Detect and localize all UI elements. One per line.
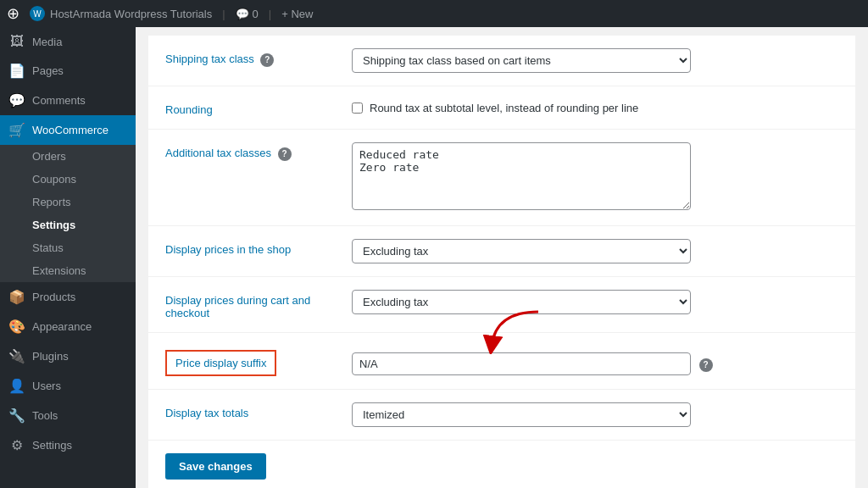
row-label-rounding: Rounding <box>165 99 352 116</box>
rounding-label: Rounding <box>165 103 213 116</box>
sidebar: 🖼 Media 📄 Pages 💬 Comments 🛒 WooCommerce… <box>0 27 136 488</box>
row-additional-tax-classes: Additional tax classes ? Reduced rate Ze… <box>148 130 855 226</box>
row-shipping-tax-class: Shipping tax class ? Shipping tax class … <box>148 36 855 86</box>
submenu-coupons[interactable]: Coupons <box>0 168 136 191</box>
help-icon-additional-tax[interactable]: ? <box>278 147 292 161</box>
comments-icon: 💬 <box>236 8 249 20</box>
price-display-suffix-input[interactable] <box>352 352 691 375</box>
save-row: Save changes <box>148 441 855 488</box>
site-info: W HostArmada Wordpress Tutorials <box>30 6 212 21</box>
display-prices-shop-select[interactable]: Excluding tax Including tax <box>352 239 691 263</box>
sidebar-item-pages[interactable]: 📄 Pages <box>0 56 136 86</box>
sidebar-item-label: Media <box>32 36 62 48</box>
row-content-additional-tax-classes: Reduced rate Zero rate <box>352 142 838 213</box>
appearance-icon: 🎨 <box>8 319 25 335</box>
woo-submenu: Orders Coupons Reports Settings Status E… <box>0 145 136 282</box>
topbar: ⊕ W HostArmada Wordpress Tutorials | 💬 0… <box>0 0 868 27</box>
rounding-checkbox[interactable] <box>352 103 363 114</box>
shipping-tax-class-label: Shipping tax class <box>165 53 254 65</box>
sidebar-item-appearance[interactable]: 🎨 Appearance <box>0 312 136 341</box>
media-icon: 🖼 <box>8 34 25 49</box>
sidebar-item-label: Tools <box>32 409 58 422</box>
row-label-display-prices-cart: Display prices during cart and checkout <box>165 290 352 319</box>
products-icon: 📦 <box>8 289 25 305</box>
sidebar-item-products[interactable]: 📦 Products <box>0 282 136 312</box>
row-label-shipping-tax-class: Shipping tax class ? <box>165 48 352 67</box>
comments-count: 0 <box>253 8 259 20</box>
sidebar-item-label: Comments <box>32 94 86 107</box>
sidebar-item-comments[interactable]: 💬 Comments <box>0 86 136 115</box>
row-label-display-prices-shop: Display prices in the shop <box>165 239 352 256</box>
new-button[interactable]: + New <box>281 8 313 20</box>
rounding-checkbox-label: Round tax at subtotal level, instead of … <box>370 102 638 114</box>
price-display-suffix-label: Price display suffix <box>165 350 276 376</box>
red-arrow-annotation <box>479 308 547 354</box>
display-prices-shop-label: Display prices in the shop <box>165 243 291 256</box>
sidebar-item-woocommerce[interactable]: 🛒 WooCommerce <box>0 115 136 145</box>
display-prices-cart-label: Display prices during cart and checkout <box>165 294 310 319</box>
sidebar-item-label: Pages <box>32 64 64 77</box>
submenu-settings[interactable]: Settings <box>0 214 136 236</box>
pages-icon: 📄 <box>8 63 25 79</box>
submenu-orders[interactable]: Orders <box>0 145 136 168</box>
row-display-prices-shop: Display prices in the shop Excluding tax… <box>148 226 855 277</box>
help-icon-shipping[interactable]: ? <box>260 53 274 67</box>
save-changes-button[interactable]: Save changes <box>165 453 266 480</box>
sidebar-item-label: Plugins <box>32 350 69 363</box>
display-tax-totals-label: Display tax totals <box>165 407 248 419</box>
sidebar-item-label: Settings <box>32 439 72 452</box>
rounding-checkbox-row: Round tax at subtotal level, instead of … <box>352 99 838 114</box>
site-name: HostArmada Wordpress Tutorials <box>50 8 212 20</box>
row-content-rounding: Round tax at subtotal level, instead of … <box>352 99 838 114</box>
settings-icon: ⚙ <box>8 437 25 453</box>
sidebar-item-label: WooCommerce <box>32 124 108 136</box>
additional-tax-classes-textarea[interactable]: Reduced rate Zero rate <box>352 142 691 210</box>
row-label-price-display-suffix: Price display suffix <box>165 346 352 376</box>
sidebar-item-plugins[interactable]: 🔌 Plugins <box>0 341 136 371</box>
site-icon: W <box>30 6 45 21</box>
sidebar-item-settings[interactable]: ⚙ Settings <box>0 430 136 460</box>
shipping-tax-class-select[interactable]: Shipping tax class based on cart items <box>352 48 691 73</box>
new-label: + New <box>281 8 313 20</box>
sidebar-item-label: Appearance <box>32 320 92 333</box>
row-content-display-tax-totals: Itemized As a single total <box>352 402 838 427</box>
tools-icon: 🔧 <box>8 408 25 424</box>
row-price-display-suffix: Price display suffix ? <box>148 333 855 390</box>
row-content-price-display-suffix: ? <box>352 346 838 375</box>
comments-link[interactable]: 💬 0 <box>236 8 259 20</box>
row-display-tax-totals: Display tax totals Itemized As a single … <box>148 390 855 441</box>
wp-logo: ⊕ <box>7 4 19 23</box>
submenu-extensions[interactable]: Extensions <box>0 259 136 282</box>
sidebar-item-label: Users <box>32 380 61 392</box>
help-icon-price-suffix[interactable]: ? <box>699 358 713 372</box>
plugins-icon: 🔌 <box>8 348 25 364</box>
submenu-reports[interactable]: Reports <box>0 191 136 214</box>
row-content-display-prices-shop: Excluding tax Including tax <box>352 239 838 263</box>
row-rounding: Rounding Round tax at subtotal level, in… <box>148 86 855 130</box>
submenu-status[interactable]: Status <box>0 236 136 259</box>
additional-tax-classes-label: Additional tax classes <box>165 147 271 159</box>
display-tax-totals-select[interactable]: Itemized As a single total <box>352 402 691 427</box>
sidebar-item-tools[interactable]: 🔧 Tools <box>0 401 136 430</box>
sidebar-item-users[interactable]: 👤 Users <box>0 371 136 401</box>
row-label-display-tax-totals: Display tax totals <box>165 402 352 419</box>
woo-icon: 🛒 <box>8 122 25 138</box>
users-icon: 👤 <box>8 378 25 394</box>
main-content: Shipping tax class ? Shipping tax class … <box>136 27 868 488</box>
sidebar-item-label: Products <box>32 291 75 303</box>
sidebar-item-media[interactable]: 🖼 Media <box>0 27 136 56</box>
comments-nav-icon: 💬 <box>8 92 25 108</box>
row-label-additional-tax-classes: Additional tax classes ? <box>165 142 352 161</box>
row-content-display-prices-cart: Excluding tax Including tax <box>352 290 838 314</box>
row-content-shipping-tax-class: Shipping tax class based on cart items <box>352 48 838 73</box>
